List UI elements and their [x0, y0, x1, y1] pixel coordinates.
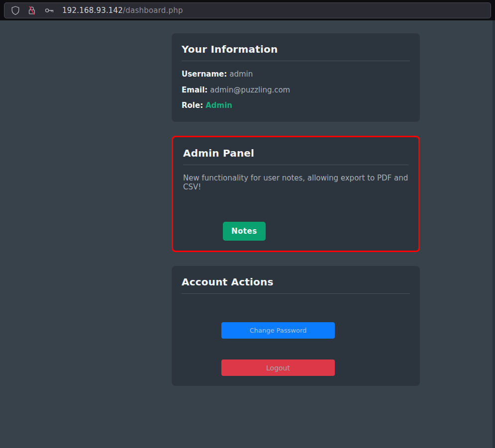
- role-label: Role:: [182, 101, 203, 110]
- role-value: Admin: [205, 101, 232, 110]
- notes-button[interactable]: Notes: [223, 222, 266, 241]
- divider: [182, 293, 410, 294]
- window-edge: [493, 20, 495, 448]
- username-label: Username:: [182, 70, 227, 79]
- your-information-title: Your Information: [182, 43, 410, 55]
- email-label: Email:: [182, 86, 207, 94]
- role-field: Role:Admin: [182, 101, 410, 111]
- browser-chrome: 192.168.93.142/dashboard.php: [0, 0, 495, 20]
- logout-button[interactable]: Logout: [221, 359, 335, 376]
- change-password-button[interactable]: Change Password: [221, 322, 335, 339]
- account-actions-title: Account Actions: [182, 276, 410, 288]
- shield-icon[interactable]: [10, 5, 20, 15]
- url-host: 192.168.93.142: [62, 6, 123, 15]
- url-path: /dashboard.php: [123, 6, 183, 15]
- url-bar[interactable]: 192.168.93.142/dashboard.php: [4, 2, 491, 18]
- username-field: Username:admin: [182, 70, 410, 80]
- admin-panel-description: New functionality for user notes, allowi…: [183, 174, 408, 192]
- username-value: admin: [229, 70, 253, 79]
- content-container: Your Information Username:admin Email:ad…: [172, 33, 420, 386]
- your-information-card: Your Information Username:admin Email:ad…: [172, 33, 420, 122]
- url-text[interactable]: 192.168.93.142/dashboard.php: [62, 6, 183, 15]
- email-value: admin@puzzling.com: [210, 86, 290, 94]
- email-field: Email:admin@puzzling.com: [182, 86, 410, 95]
- admin-panel-title: Admin Panel: [183, 147, 408, 159]
- divider: [182, 61, 410, 61]
- divider: [183, 165, 408, 165]
- admin-panel-card: Admin Panel New functionality for user n…: [172, 136, 420, 253]
- account-actions-card: Account Actions Change Password Logout: [172, 266, 420, 386]
- dashboard-page: Your Information Username:admin Email:ad…: [0, 20, 495, 448]
- key-icon[interactable]: [44, 5, 55, 15]
- insecure-lock-icon[interactable]: [27, 5, 37, 15]
